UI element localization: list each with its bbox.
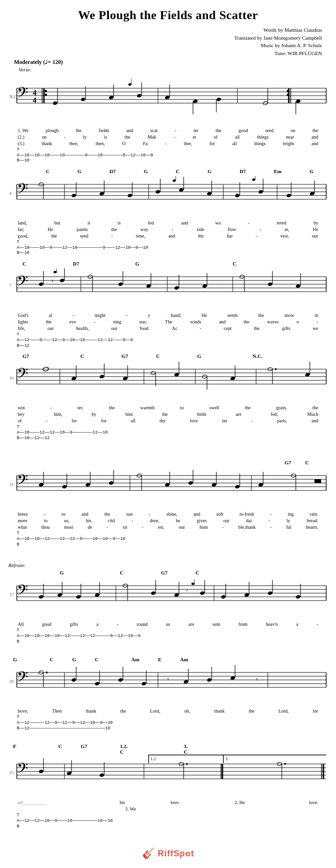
- svg-point-39: [287, 90, 289, 92]
- svg-point-241: [207, 678, 212, 682]
- tab-4: T A——10————12——12——10——9————————12——10 B…: [8, 425, 328, 441]
- staff-svg-8: 25 𝄢 1.2. 3.: [8, 751, 328, 798]
- svg-point-230: [71, 678, 76, 682]
- svg-point-15: [52, 101, 57, 105]
- svg-point-157: [62, 485, 67, 489]
- svg-text:25: 25: [9, 770, 14, 775]
- svg-point-139: [275, 368, 277, 370]
- svg-point-135: [230, 377, 235, 381]
- tab-6: T A——10——10——10——10——12————12——12——————9…: [8, 628, 328, 644]
- svg-text:𝄢: 𝄢: [17, 273, 28, 293]
- svg-point-102: [202, 284, 207, 288]
- svg-point-161: [108, 481, 114, 485]
- svg-text:𝄢: 𝄢: [17, 669, 28, 688]
- svg-text:4: 4: [33, 96, 36, 104]
- svg-text:𝄢: 𝄢: [17, 84, 28, 104]
- svg-point-191: [57, 593, 62, 597]
- svg-point-50: [71, 193, 76, 197]
- credits: Words by Matthias Claudius Translated by…: [0, 26, 336, 57]
- svg-point-123: [71, 377, 76, 381]
- svg-text:𝄢: 𝄢: [17, 365, 28, 385]
- svg-point-236: [141, 682, 146, 686]
- svg-point-19: [108, 95, 114, 99]
- svg-point-232: [94, 682, 100, 686]
- svg-point-87: [38, 282, 43, 286]
- svg-text:𝄢: 𝄢: [17, 181, 28, 200]
- svg-point-13: [45, 90, 47, 92]
- lyrics-row-10: win-ter,thewarmthtoswellthegrain,the: [8, 405, 328, 411]
- system-3: C D7 G C 7 𝄢 ♯: [0, 260, 336, 352]
- lyrics-row-3: (3.)thankthee,then,OFa-ther,forallthings…: [8, 140, 328, 147]
- staff-svg-1: N.C. 𝄢 4 4: [8, 74, 328, 126]
- riffspot-icon: 🎸: [142, 847, 155, 860]
- svg-rect-177: [315, 479, 321, 483]
- svg-point-62: [207, 191, 212, 196]
- lyrics-row-15: whatthoumostde-sir-est,ourhum-ble,thank-…: [8, 524, 328, 531]
- svg-text:13: 13: [9, 482, 14, 487]
- svg-point-72: [309, 191, 315, 196]
- svg-text:3.: 3.: [225, 756, 229, 761]
- svg-point-171: [235, 485, 240, 489]
- svg-point-52: [99, 191, 104, 196]
- svg-point-29: [216, 97, 221, 101]
- svg-point-25: [164, 95, 170, 99]
- riffspot-footer: 🎸 RiffSpot: [0, 843, 336, 864]
- tab-8: T A——12——12——10——9————10——————————10——10…: [8, 813, 328, 829]
- lyrics-row-19: 3. We: [8, 806, 328, 812]
- staff-svg-5: 13 𝄢: [8, 467, 328, 509]
- chord-row-7: G C G C Am E Am: [8, 657, 328, 663]
- system-4: G7 C G7 C G N.C. 10 𝄢: [0, 352, 336, 445]
- tab-3: T A——12————9————12——9——10——10—————12——12…: [8, 332, 328, 349]
- svg-point-68: [258, 189, 263, 194]
- svg-text:4: 4: [33, 89, 36, 97]
- tempo-marking: Moderately (♩= 120): [0, 59, 336, 66]
- svg-point-159: [85, 483, 90, 487]
- svg-point-106: [267, 282, 272, 286]
- chord-row-6: G C G7 C: [8, 570, 328, 576]
- svg-text:4: 4: [9, 191, 12, 196]
- chord-row-8: F C G7 1.2.C 3.C: [8, 743, 328, 750]
- svg-point-92: [59, 278, 64, 282]
- svg-text:𝄾: 𝄾: [256, 678, 258, 681]
- svg-text:𝄢: 𝄢: [17, 760, 28, 780]
- svg-point-17: [80, 97, 86, 101]
- chord-row-4: G7 C G7 C G N.C.: [13, 353, 328, 360]
- svg-point-229: [46, 672, 48, 673]
- lyrics-row-4: land,butitisfedandwa-teredby: [8, 220, 328, 226]
- svg-point-140: [305, 373, 310, 377]
- tab-7: T A——12——————12——9——12——9——12——10——9——10…: [8, 715, 328, 731]
- svg-point-199: [150, 591, 156, 595]
- staff-svg-4: 10 𝄢: [8, 361, 328, 403]
- system-1: N.C. 𝄢 4 4: [0, 73, 336, 168]
- chord-row-3: C D7 G C: [8, 261, 328, 267]
- svg-point-260: [66, 771, 71, 776]
- lyrics-row-11: beyhim,byhimthebirdsarefed;Much: [8, 411, 328, 418]
- svg-point-206: [200, 591, 205, 595]
- svg-point-125: [99, 375, 104, 379]
- svg-point-165: [164, 483, 170, 487]
- system-7: G C G C Am E Am 20 𝄢 𝄾 𝄾: [0, 656, 336, 735]
- svg-point-167: [188, 481, 193, 485]
- tab-5: T A——10——10——12————12——12——8————10——10——…: [8, 531, 328, 547]
- lyrics-row-7: God'sal-might-yhand;Hesendsthesnowin: [8, 312, 328, 319]
- svg-point-98: [146, 284, 151, 288]
- svg-point-14: [45, 94, 47, 96]
- svg-text:17: 17: [9, 592, 14, 597]
- svg-point-212: [267, 591, 272, 595]
- svg-point-70: [286, 193, 291, 197]
- svg-point-64: [235, 193, 240, 197]
- lyrics-row-16: Allgoodgiftsa-roundusaresentfromheav'na-: [8, 621, 328, 628]
- lyrics-row-9: life,ourhealth,ourfood.Ac-ceptthegiftswe: [8, 325, 328, 332]
- svg-text:7: 7: [9, 283, 12, 288]
- svg-text:1.2.: 1.2.: [150, 756, 157, 761]
- chord-row-5: G7 C: [8, 460, 328, 466]
- staff-svg-3: 7 𝄢 ♯: [8, 268, 328, 310]
- svg-text:𝄢: 𝄢: [17, 472, 28, 491]
- svg-point-243: [230, 676, 235, 680]
- lyrics-row-13: breez-esandthesun-shine,andsoftre-fresh-…: [8, 511, 328, 518]
- lyrics-row-12: of-ferforallthyloveim-parts,and: [8, 418, 328, 424]
- chord-row-2: C G D7 G C G D7 Em G: [8, 168, 328, 175]
- svg-point-173: [258, 483, 263, 487]
- staff-svg-6: 17 𝄢 ♪: [8, 577, 328, 619]
- svg-point-169: [211, 483, 216, 487]
